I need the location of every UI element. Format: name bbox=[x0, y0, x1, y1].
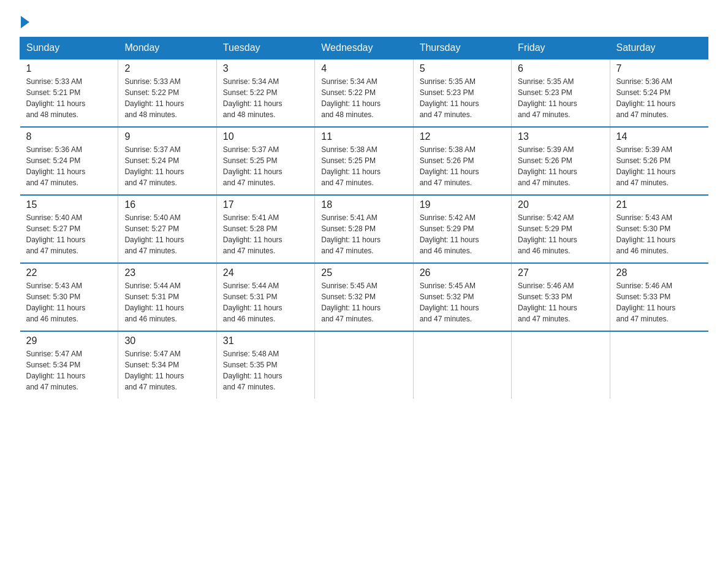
day-number: 4 bbox=[321, 63, 406, 74]
day-info: Sunrise: 5:35 AM Sunset: 5:23 PM Dayligh… bbox=[420, 76, 505, 120]
calendar-cell: 30Sunrise: 5:47 AM Sunset: 5:34 PM Dayli… bbox=[118, 331, 216, 399]
day-number: 21 bbox=[616, 199, 702, 210]
calendar-table: Sunday Monday Tuesday Wednesday Thursday… bbox=[20, 37, 708, 399]
calendar-cell: 12Sunrise: 5:38 AM Sunset: 5:26 PM Dayli… bbox=[413, 127, 511, 195]
calendar-week-row: 1Sunrise: 5:33 AM Sunset: 5:21 PM Daylig… bbox=[20, 59, 708, 127]
day-number: 27 bbox=[518, 267, 603, 278]
calendar-week-row: 8Sunrise: 5:36 AM Sunset: 5:24 PM Daylig… bbox=[20, 127, 708, 195]
day-info: Sunrise: 5:36 AM Sunset: 5:24 PM Dayligh… bbox=[616, 76, 702, 120]
logo-triangle-icon bbox=[21, 16, 29, 28]
calendar-cell: 19Sunrise: 5:42 AM Sunset: 5:29 PM Dayli… bbox=[413, 195, 511, 263]
day-info: Sunrise: 5:38 AM Sunset: 5:26 PM Dayligh… bbox=[420, 144, 505, 188]
day-number: 18 bbox=[321, 199, 406, 210]
calendar-cell: 26Sunrise: 5:45 AM Sunset: 5:32 PM Dayli… bbox=[413, 263, 511, 331]
day-info: Sunrise: 5:40 AM Sunset: 5:27 PM Dayligh… bbox=[124, 212, 210, 256]
calendar-cell: 6Sunrise: 5:35 AM Sunset: 5:23 PM Daylig… bbox=[512, 59, 610, 127]
day-number: 3 bbox=[223, 63, 308, 74]
calendar-cell bbox=[512, 331, 610, 399]
day-info: Sunrise: 5:43 AM Sunset: 5:30 PM Dayligh… bbox=[616, 212, 702, 256]
calendar-cell: 7Sunrise: 5:36 AM Sunset: 5:24 PM Daylig… bbox=[610, 59, 708, 127]
day-info: Sunrise: 5:39 AM Sunset: 5:26 PM Dayligh… bbox=[518, 144, 603, 188]
calendar-cell: 11Sunrise: 5:38 AM Sunset: 5:25 PM Dayli… bbox=[315, 127, 413, 195]
day-number: 16 bbox=[124, 199, 210, 210]
calendar-cell: 27Sunrise: 5:46 AM Sunset: 5:33 PM Dayli… bbox=[512, 263, 610, 331]
day-info: Sunrise: 5:44 AM Sunset: 5:31 PM Dayligh… bbox=[223, 280, 308, 324]
calendar-cell: 15Sunrise: 5:40 AM Sunset: 5:27 PM Dayli… bbox=[20, 195, 118, 263]
calendar-cell: 9Sunrise: 5:37 AM Sunset: 5:24 PM Daylig… bbox=[118, 127, 216, 195]
day-info: Sunrise: 5:43 AM Sunset: 5:30 PM Dayligh… bbox=[26, 280, 112, 324]
day-number: 17 bbox=[223, 199, 308, 210]
day-info: Sunrise: 5:46 AM Sunset: 5:33 PM Dayligh… bbox=[518, 280, 603, 324]
calendar-header: Sunday Monday Tuesday Wednesday Thursday… bbox=[20, 37, 708, 59]
calendar-cell: 10Sunrise: 5:37 AM Sunset: 5:25 PM Dayli… bbox=[216, 127, 314, 195]
header-row: Sunday Monday Tuesday Wednesday Thursday… bbox=[20, 37, 708, 59]
day-info: Sunrise: 5:48 AM Sunset: 5:35 PM Dayligh… bbox=[223, 348, 308, 393]
calendar-cell: 23Sunrise: 5:44 AM Sunset: 5:31 PM Dayli… bbox=[118, 263, 216, 331]
calendar-cell: 29Sunrise: 5:47 AM Sunset: 5:34 PM Dayli… bbox=[20, 331, 118, 399]
calendar-cell: 5Sunrise: 5:35 AM Sunset: 5:23 PM Daylig… bbox=[413, 59, 511, 127]
day-info: Sunrise: 5:33 AM Sunset: 5:22 PM Dayligh… bbox=[124, 76, 210, 120]
day-info: Sunrise: 5:42 AM Sunset: 5:29 PM Dayligh… bbox=[420, 212, 505, 256]
calendar-cell: 3Sunrise: 5:34 AM Sunset: 5:22 PM Daylig… bbox=[216, 59, 314, 127]
calendar-cell bbox=[413, 331, 511, 399]
header-tuesday: Tuesday bbox=[216, 37, 314, 59]
day-number: 28 bbox=[616, 267, 702, 278]
day-number: 22 bbox=[26, 267, 112, 278]
header-thursday: Thursday bbox=[413, 37, 511, 59]
day-number: 31 bbox=[223, 335, 308, 347]
day-info: Sunrise: 5:37 AM Sunset: 5:24 PM Dayligh… bbox=[124, 144, 210, 188]
day-number: 29 bbox=[26, 335, 112, 347]
header-friday: Friday bbox=[512, 37, 610, 59]
calendar-body: 1Sunrise: 5:33 AM Sunset: 5:21 PM Daylig… bbox=[20, 59, 708, 399]
day-number: 5 bbox=[420, 63, 505, 74]
calendar-cell: 24Sunrise: 5:44 AM Sunset: 5:31 PM Dayli… bbox=[216, 263, 314, 331]
calendar-cell: 14Sunrise: 5:39 AM Sunset: 5:26 PM Dayli… bbox=[610, 127, 708, 195]
day-info: Sunrise: 5:35 AM Sunset: 5:23 PM Dayligh… bbox=[518, 76, 603, 120]
day-info: Sunrise: 5:40 AM Sunset: 5:27 PM Dayligh… bbox=[26, 212, 112, 256]
day-number: 30 bbox=[124, 335, 210, 347]
calendar-cell: 16Sunrise: 5:40 AM Sunset: 5:27 PM Dayli… bbox=[118, 195, 216, 263]
header-sunday: Sunday bbox=[20, 37, 118, 59]
calendar-cell: 25Sunrise: 5:45 AM Sunset: 5:32 PM Dayli… bbox=[315, 263, 413, 331]
day-info: Sunrise: 5:46 AM Sunset: 5:33 PM Dayligh… bbox=[616, 280, 702, 324]
calendar-cell: 17Sunrise: 5:41 AM Sunset: 5:28 PM Dayli… bbox=[216, 195, 314, 263]
day-info: Sunrise: 5:45 AM Sunset: 5:32 PM Dayligh… bbox=[321, 280, 406, 324]
day-number: 2 bbox=[124, 63, 210, 74]
day-number: 9 bbox=[124, 131, 210, 142]
day-info: Sunrise: 5:47 AM Sunset: 5:34 PM Dayligh… bbox=[26, 348, 112, 393]
calendar-cell: 18Sunrise: 5:41 AM Sunset: 5:28 PM Dayli… bbox=[315, 195, 413, 263]
day-number: 11 bbox=[321, 131, 406, 142]
day-info: Sunrise: 5:34 AM Sunset: 5:22 PM Dayligh… bbox=[321, 76, 406, 120]
day-info: Sunrise: 5:34 AM Sunset: 5:22 PM Dayligh… bbox=[223, 76, 308, 120]
page-header bbox=[20, 15, 708, 26]
header-monday: Monday bbox=[118, 37, 216, 59]
day-number: 14 bbox=[616, 131, 702, 142]
day-info: Sunrise: 5:42 AM Sunset: 5:29 PM Dayligh… bbox=[518, 212, 603, 256]
day-number: 15 bbox=[26, 199, 112, 210]
day-info: Sunrise: 5:41 AM Sunset: 5:28 PM Dayligh… bbox=[321, 212, 406, 256]
day-info: Sunrise: 5:41 AM Sunset: 5:28 PM Dayligh… bbox=[223, 212, 308, 256]
day-number: 6 bbox=[518, 63, 603, 74]
day-info: Sunrise: 5:39 AM Sunset: 5:26 PM Dayligh… bbox=[616, 144, 702, 188]
calendar-cell: 21Sunrise: 5:43 AM Sunset: 5:30 PM Dayli… bbox=[610, 195, 708, 263]
day-info: Sunrise: 5:45 AM Sunset: 5:32 PM Dayligh… bbox=[420, 280, 505, 324]
day-number: 1 bbox=[26, 63, 112, 74]
calendar-cell bbox=[315, 331, 413, 399]
day-number: 20 bbox=[518, 199, 603, 210]
calendar-cell: 22Sunrise: 5:43 AM Sunset: 5:30 PM Dayli… bbox=[20, 263, 118, 331]
calendar-week-row: 15Sunrise: 5:40 AM Sunset: 5:27 PM Dayli… bbox=[20, 195, 708, 263]
day-info: Sunrise: 5:47 AM Sunset: 5:34 PM Dayligh… bbox=[124, 348, 210, 393]
day-info: Sunrise: 5:44 AM Sunset: 5:31 PM Dayligh… bbox=[124, 280, 210, 324]
day-info: Sunrise: 5:33 AM Sunset: 5:21 PM Dayligh… bbox=[26, 76, 112, 120]
day-number: 24 bbox=[223, 267, 308, 278]
day-number: 12 bbox=[420, 131, 505, 142]
calendar-cell: 8Sunrise: 5:36 AM Sunset: 5:24 PM Daylig… bbox=[20, 127, 118, 195]
day-number: 10 bbox=[223, 131, 308, 142]
day-number: 13 bbox=[518, 131, 603, 142]
day-info: Sunrise: 5:38 AM Sunset: 5:25 PM Dayligh… bbox=[321, 144, 406, 188]
logo bbox=[20, 15, 29, 26]
calendar-cell bbox=[610, 331, 708, 399]
header-saturday: Saturday bbox=[610, 37, 708, 59]
day-number: 23 bbox=[124, 267, 210, 278]
day-number: 7 bbox=[616, 63, 702, 74]
